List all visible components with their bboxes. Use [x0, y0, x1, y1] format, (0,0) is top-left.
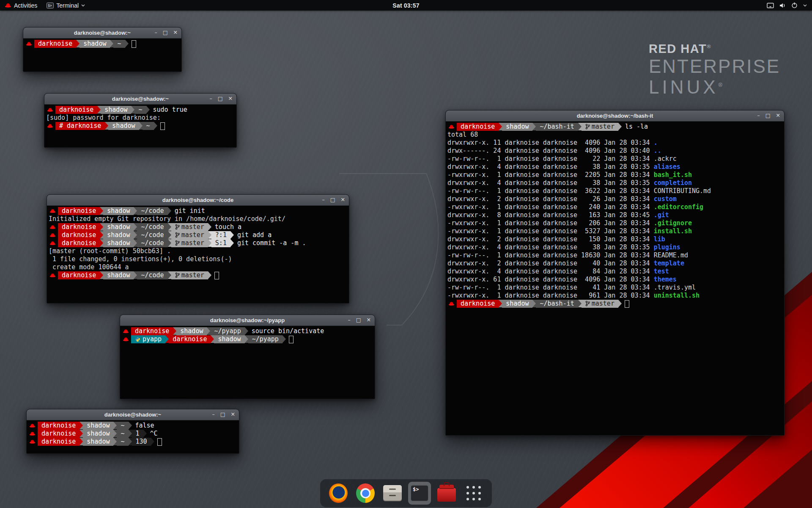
terminal-window-code[interactable]: darknoise@shadow:~/code – □ ✕ darknoises… [47, 194, 349, 304]
maximize-button[interactable]: □ [765, 113, 771, 119]
chevron-down-icon [81, 4, 85, 7]
file-name: template [654, 260, 684, 267]
window-titlebar[interactable]: darknoise@shadow:~/pyapp – □ ✕ [120, 315, 375, 326]
terminal-output-line: [master (root-commit) 50bcb63] . [49, 247, 347, 255]
terminal-window-bash-it[interactable]: darknoise@shadow:~/bash-it – □ ✕ darknoi… [445, 110, 785, 436]
prompt-segment-user: darknoise [55, 106, 97, 114]
terminal-line: -rwxrwxr-x. 1 darknoise darknoise 5327 J… [447, 227, 782, 235]
terminal-content[interactable]: darknoiseshadow~sudo true[sudo] password… [44, 105, 236, 147]
app-menu-terminal[interactable]: $> Terminal [42, 0, 90, 11]
prompt-segment-branch: master [171, 223, 208, 231]
terminal-line: drwxrwxr-x. 4 darknoise darknoise 84 Jan… [447, 268, 782, 276]
prompt-segment-branch: master [582, 123, 618, 131]
activities-button[interactable]: Activities [0, 0, 42, 11]
close-button[interactable]: ✕ [367, 318, 371, 323]
file-name: README.md [654, 251, 688, 259]
window-titlebar[interactable]: darknoise@shadow:~/bash-it – □ ✕ [446, 110, 784, 121]
maximize-button[interactable]: □ [218, 96, 223, 102]
terminal-content[interactable]: darknoiseshadow~ [23, 39, 181, 72]
minimize-button[interactable]: – [154, 30, 157, 36]
terminal-cursor [157, 438, 162, 446]
terminal-content[interactable]: darknoiseshadow~/pyappsource bin/activat… [120, 326, 375, 399]
file-name: plugins [654, 243, 680, 251]
ls-columns: -rw-rw-r--. 1 darknoise darknoise 22 Jan… [447, 155, 654, 163]
window-controls: – □ ✕ [348, 315, 371, 326]
prompt-segment-path: ~/pyapp [210, 327, 244, 335]
terminal-content[interactable]: darknoiseshadow~/bash-itmasterls -latota… [446, 121, 784, 435]
terminal-line: -rwxrwxr-x. 1 darknoise darknoise 206 Ja… [447, 219, 782, 227]
powerline-separator [134, 223, 137, 231]
powerline-separator [578, 123, 582, 130]
terminal-window-sudo[interactable]: darknoise@shadow:~ – □ ✕ darknoiseshadow… [44, 93, 237, 148]
desktop: RED HAT® ENTERPRISE LINUX® Activities $>… [0, 0, 812, 508]
ls-columns: drwxrwxr-x. 4 darknoise darknoise 84 Jan… [447, 268, 654, 275]
powerline-separator [105, 122, 108, 130]
maximize-button[interactable]: □ [356, 318, 361, 323]
close-button[interactable]: ✕ [341, 197, 345, 203]
ls-columns: -rwxrwxr-x. 1 darknoise darknoise 2205 J… [447, 171, 654, 179]
close-button[interactable]: ✕ [776, 113, 780, 119]
terminal-window-exit-codes[interactable]: darknoise@shadow:~ – □ ✕ darknoiseshadow… [26, 409, 239, 454]
prompt-segment-user: darknoise [58, 223, 100, 231]
window-titlebar[interactable]: darknoise@shadow:~ – □ ✕ [27, 409, 239, 420]
window-controls: – □ ✕ [757, 110, 780, 121]
close-button[interactable]: ✕ [173, 30, 178, 36]
prompt-segment-host: shadow [502, 123, 532, 131]
prompt-segment-path: ~ [117, 430, 128, 438]
minimize-button[interactable]: – [322, 197, 324, 203]
ls-columns: drwxrwxr-x. 4 darknoise darknoise 38 Jan… [447, 163, 654, 171]
dock-toolbox[interactable] [435, 482, 458, 505]
terminal-line: darknoiseshadow~/codegit init [49, 207, 347, 215]
minimize-button[interactable]: – [348, 318, 350, 323]
system-status-area[interactable] [767, 0, 812, 11]
prompt-segment-user: darknoise [58, 207, 100, 215]
prompt-segment-host: shadow [502, 300, 532, 308]
redhat-prompt-icon [447, 123, 457, 131]
prompt-segment-host: shadow [83, 422, 113, 430]
maximize-button[interactable]: □ [163, 30, 168, 36]
terminal-window-pyapp[interactable]: darknoise@shadow:~/pyapp – □ ✕ darknoise… [120, 315, 375, 399]
powerline-separator [113, 430, 117, 437]
command-text: source bin/activate [252, 327, 324, 335]
command-text: ls -la [625, 123, 648, 130]
maximize-button[interactable]: □ [220, 412, 225, 417]
file-name: .git [654, 211, 669, 219]
dock-terminal[interactable] [408, 482, 431, 505]
terminal-content[interactable]: darknoiseshadow~/codegit initInitialized… [47, 206, 349, 303]
terminal-content[interactable]: darknoiseshadow~falsedarknoiseshadow~1^C… [27, 420, 239, 453]
prompt-segment-user: darknoise [38, 438, 80, 446]
close-button[interactable]: ✕ [228, 96, 233, 102]
rhel-wordmark: RED HAT® ENTERPRISE LINUX® [649, 42, 780, 97]
window-titlebar[interactable]: darknoise@shadow:~ – □ ✕ [23, 28, 181, 39]
terminal-line: drwxrwxr-x. 4 darknoise darknoise 38 Jan… [447, 163, 782, 171]
minimize-button[interactable]: – [212, 412, 214, 417]
maximize-button[interactable]: □ [330, 197, 335, 203]
window-titlebar[interactable]: darknoise@shadow:~/code – □ ✕ [47, 195, 349, 206]
prompt-segment-host: shadow [103, 239, 134, 247]
close-button[interactable]: ✕ [231, 412, 235, 417]
powerline-separator [168, 231, 171, 239]
dock-show-applications[interactable] [462, 482, 485, 505]
firefox-icon [329, 483, 348, 503]
terminal-line: drwxrwxr-x. 4 darknoise darknoise 38 Jan… [447, 243, 782, 251]
prompt-segment-path: ~ [134, 106, 146, 114]
command-text: git add a [237, 231, 272, 239]
minimize-button[interactable]: – [757, 113, 760, 119]
window-titlebar[interactable]: darknoise@shadow:~ – □ ✕ [44, 94, 236, 105]
clock[interactable]: Sat 03:57 [392, 2, 419, 9]
dock-files[interactable] [381, 482, 404, 505]
terminal-window-home[interactable]: darknoise@shadow:~ – □ ✕ darknoiseshadow… [23, 27, 182, 72]
dock-firefox[interactable] [327, 482, 350, 505]
powerline-separator [165, 335, 169, 343]
terminal-line: -rwxrwxr-x. 1 darknoise darknoise 2205 J… [447, 171, 782, 179]
command-text: false [135, 422, 154, 429]
powerline-separator [100, 207, 103, 215]
terminal-output-line: create mode 100644 a [49, 263, 347, 271]
dock-chrome[interactable] [354, 482, 377, 505]
file-name: install.sh [654, 227, 692, 235]
prompt-segment-user: # darknoise [55, 122, 105, 130]
powerline-separator [230, 231, 234, 239]
minimize-button[interactable]: – [209, 96, 212, 102]
terminal-line: -rw-rw-r--. 1 darknoise darknoise 3622 J… [447, 187, 782, 195]
prompt-segment-user: darknoise [169, 335, 211, 343]
